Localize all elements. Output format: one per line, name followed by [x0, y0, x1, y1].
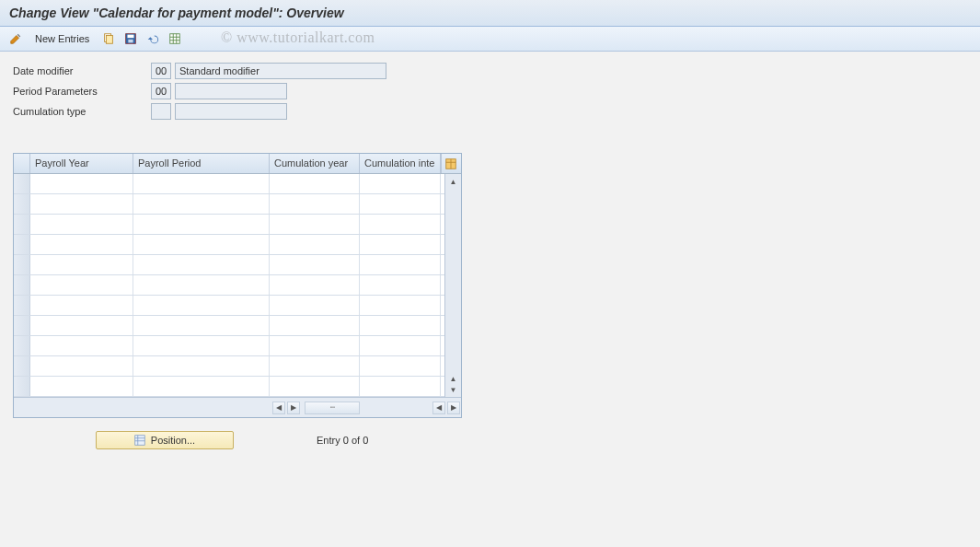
scroll-right-end-icon[interactable]: ▶: [447, 402, 460, 414]
row-date-modifier: Date modifier 00 Standard modifier: [13, 63, 967, 79]
svg-rect-1: [107, 36, 113, 44]
table-row[interactable]: [14, 235, 444, 255]
edit-icon[interactable]: [7, 30, 24, 47]
row-selector[interactable]: [14, 296, 30, 315]
col-payroll-period[interactable]: Payroll Period: [133, 154, 270, 173]
save-icon[interactable]: [122, 30, 139, 47]
row-selector[interactable]: [14, 215, 30, 234]
code-period-parameters[interactable]: 00: [151, 83, 171, 99]
code-cumulation-type[interactable]: [151, 103, 171, 120]
scroll-left-end-icon[interactable]: ◀: [432, 402, 445, 414]
row-selector[interactable]: [14, 275, 30, 295]
label-date-modifier: Date modifier: [13, 65, 151, 76]
desc-cumulation-type: [175, 103, 287, 120]
row-selector[interactable]: [14, 255, 30, 274]
table-row[interactable]: [14, 316, 444, 336]
row-period-parameters: Period Parameters 00: [13, 83, 967, 99]
scroll-down-icon[interactable]: ▼: [447, 384, 460, 395]
svg-rect-3: [128, 35, 134, 39]
table-row[interactable]: [14, 194, 444, 215]
table-header: Payroll Year Payroll Period Cumulation y…: [14, 154, 461, 174]
table-row[interactable]: [14, 275, 444, 296]
scroll-left-icon[interactable]: ◀: [272, 402, 285, 414]
position-icon: [134, 435, 145, 446]
position-button[interactable]: Position...: [96, 431, 234, 449]
row-cumulation-type: Cumulation type: [13, 103, 967, 120]
table-settings-icon[interactable]: [167, 30, 183, 47]
new-entries-button[interactable]: New Entries: [29, 31, 95, 46]
table-row[interactable]: [14, 377, 444, 397]
copy-icon[interactable]: [100, 30, 117, 47]
title-bar: Change View "Calendar for payment model"…: [0, 0, 980, 27]
table-config-icon[interactable]: [441, 154, 459, 173]
scroll-right-icon[interactable]: ▶: [287, 402, 300, 414]
table-row[interactable]: [14, 255, 444, 275]
scroll-up-icon[interactable]: ▲: [447, 176, 460, 187]
col-payroll-year[interactable]: Payroll Year: [30, 154, 133, 173]
svg-rect-4: [129, 40, 133, 43]
svg-rect-14: [135, 436, 145, 446]
row-selector[interactable]: [14, 316, 30, 335]
watermark-text: © www.tutorialkart.com: [221, 29, 375, 46]
code-date-modifier[interactable]: 00: [151, 63, 171, 79]
svg-rect-6: [170, 34, 180, 44]
scroll-down-icon-top[interactable]: ▲: [447, 373, 460, 384]
table-row[interactable]: [14, 296, 444, 316]
position-button-label: Position...: [151, 435, 195, 446]
data-table: Payroll Year Payroll Period Cumulation y…: [13, 153, 462, 418]
table-row[interactable]: [14, 174, 444, 194]
col-cumulation-inte[interactable]: Cumulation inte: [360, 154, 441, 173]
row-selector[interactable]: [14, 194, 30, 214]
form-area: Date modifier 00 Standard modifier Perio…: [0, 52, 980, 131]
row-selector[interactable]: [14, 356, 30, 376]
row-selector[interactable]: [14, 235, 30, 254]
horizontal-scrollbar[interactable]: ◀ ▶ ┉ ◀ ▶: [14, 397, 461, 417]
scroll-thumb[interactable]: ┉: [305, 402, 360, 414]
table-row[interactable]: [14, 215, 444, 235]
label-period-parameters: Period Parameters: [13, 86, 151, 97]
table-body: ▲ ▲ ▼: [14, 174, 461, 397]
table-row[interactable]: [14, 356, 444, 377]
vertical-scrollbar[interactable]: ▲ ▲ ▼: [444, 174, 461, 397]
desc-date-modifier: Standard modifier: [175, 63, 386, 79]
entry-count-text: Entry 0 of 0: [317, 435, 368, 446]
undo-icon[interactable]: [144, 30, 161, 47]
desc-period-parameters: [175, 83, 287, 99]
footer: Position... Entry 0 of 0: [13, 431, 967, 449]
table-row[interactable]: [14, 336, 444, 356]
row-selector[interactable]: [14, 336, 30, 355]
page-title: Change View "Calendar for payment model"…: [9, 6, 344, 20]
select-all-cell[interactable]: [14, 154, 30, 173]
col-cumulation-year[interactable]: Cumulation year: [270, 154, 360, 173]
row-selector[interactable]: [14, 377, 30, 396]
row-selector[interactable]: [14, 174, 30, 193]
toolbar: New Entries © www.tutorialkart.com: [0, 27, 980, 52]
label-cumulation-type: Cumulation type: [13, 106, 151, 117]
